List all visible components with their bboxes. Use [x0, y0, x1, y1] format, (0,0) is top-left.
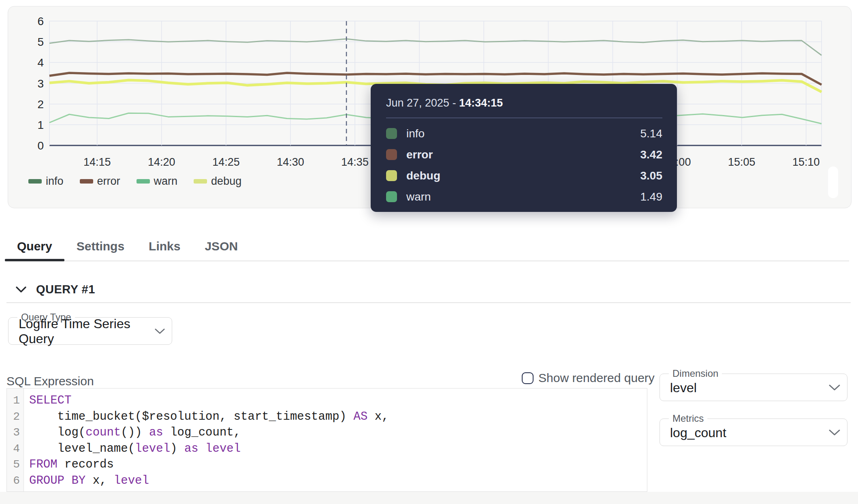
- metrics-select[interactable]: Metrics log_count: [660, 413, 847, 446]
- svg-text:14:30: 14:30: [277, 156, 304, 168]
- svg-text:0: 0: [37, 139, 44, 152]
- svg-text:3: 3: [37, 77, 44, 90]
- chart-scrollbar-thumb[interactable]: [828, 167, 838, 198]
- tooltip-row-error: error 3.42: [386, 144, 662, 165]
- debug-swatch-icon: [386, 170, 397, 181]
- section-divider: [6, 302, 851, 303]
- dimension-label: Dimension: [669, 368, 722, 379]
- query-section-header[interactable]: QUERY #1: [15, 283, 95, 296]
- tooltip-series-label: error: [406, 148, 640, 161]
- legend-item-error[interactable]: error: [80, 175, 120, 188]
- tab-query[interactable]: Query: [5, 232, 64, 261]
- query-section-title: QUERY #1: [36, 283, 95, 296]
- tooltip-timestamp: Jun 27, 2025 - 14:34:15: [386, 97, 662, 109]
- svg-text:14:35: 14:35: [341, 156, 369, 168]
- legend-item-info[interactable]: info: [28, 175, 64, 188]
- tooltip-divider: [386, 117, 662, 118]
- legend-item-debug[interactable]: debug: [194, 175, 241, 188]
- svg-text:5: 5: [37, 36, 44, 48]
- svg-text:15:05: 15:05: [728, 156, 756, 168]
- query-type-value: Logfire Time Series Query: [19, 316, 154, 346]
- svg-text:1: 1: [37, 119, 44, 131]
- tooltip-series-value: 3.42: [640, 148, 663, 161]
- tooltip-series-label: warn: [406, 190, 640, 203]
- tab-json[interactable]: JSON: [192, 232, 250, 261]
- chevron-down-icon: [154, 328, 165, 335]
- legend-item-warn[interactable]: warn: [137, 175, 178, 188]
- legend-label: error: [97, 175, 120, 188]
- svg-text:6: 6: [37, 15, 44, 28]
- chart-tooltip: Jun 27, 2025 - 14:34:15 info 5.14 error …: [371, 84, 677, 212]
- debug-swatch-icon: [194, 179, 207, 184]
- show-rendered-query-label[interactable]: Show rendered query: [538, 371, 655, 385]
- tooltip-row-warn: warn 1.49: [386, 186, 662, 207]
- panel-tabs: Query Settings Links JSON: [5, 232, 849, 261]
- chevron-down-icon: [828, 429, 841, 436]
- sql-code-editor[interactable]: 123456 SELECT time_bucket($resolution, s…: [6, 388, 647, 492]
- sql-expression-label: SQL Expression: [6, 374, 94, 388]
- line-number-gutter: 123456: [7, 389, 24, 491]
- sql-code[interactable]: SELECT time_bucket($resolution, start_ti…: [24, 389, 389, 491]
- dimension-value: level: [670, 380, 697, 395]
- bottom-strip: [0, 492, 858, 504]
- legend-label: debug: [211, 175, 241, 188]
- warn-swatch-icon: [137, 179, 150, 184]
- tooltip-series-value: 5.14: [640, 127, 663, 140]
- dimension-select[interactable]: Dimension level: [660, 368, 847, 401]
- tooltip-series-label: debug: [406, 169, 640, 182]
- chevron-down-icon: [15, 286, 27, 293]
- svg-text:14:25: 14:25: [212, 156, 240, 168]
- chevron-down-icon: [828, 384, 841, 391]
- svg-text:14:20: 14:20: [148, 156, 175, 168]
- show-rendered-query-checkbox[interactable]: [522, 372, 534, 384]
- svg-text:15:10: 15:10: [792, 156, 820, 168]
- svg-text:14:15: 14:15: [83, 156, 111, 168]
- tooltip-series-value: 3.05: [640, 169, 663, 182]
- tab-links[interactable]: Links: [137, 232, 192, 261]
- metrics-value: log_count: [670, 425, 726, 440]
- legend-label: info: [46, 175, 64, 188]
- query-type-select[interactable]: Query Type Logfire Time Series Query: [8, 312, 172, 345]
- tooltip-row-debug: debug 3.05: [386, 165, 662, 186]
- error-swatch-icon: [386, 149, 397, 160]
- tooltip-row-info: info 5.14: [386, 123, 662, 144]
- tooltip-series-value: 1.49: [640, 190, 663, 203]
- info-swatch-icon: [28, 179, 42, 184]
- tooltip-series-label: info: [406, 127, 640, 140]
- info-swatch-icon: [386, 128, 397, 139]
- show-rendered-query-control: Show rendered query: [522, 371, 648, 385]
- svg-text:4: 4: [37, 56, 44, 69]
- warn-swatch-icon: [386, 191, 397, 202]
- tab-settings[interactable]: Settings: [64, 232, 137, 261]
- chart-legend: info error warn debug: [28, 175, 241, 188]
- legend-label: warn: [154, 175, 178, 188]
- svg-text:2: 2: [37, 98, 44, 111]
- metrics-label: Metrics: [669, 413, 707, 424]
- error-swatch-icon: [80, 179, 93, 184]
